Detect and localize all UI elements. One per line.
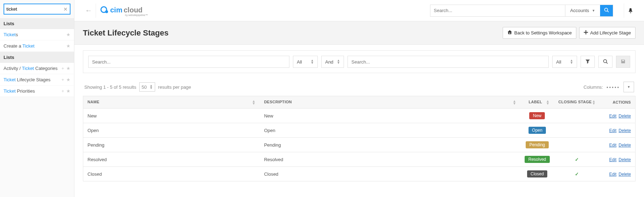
columns-label: Columns:: [583, 84, 603, 90]
svg-point-1: [105, 10, 108, 13]
sidebar-item[interactable]: Activity / Ticket Categories+★: [0, 63, 74, 74]
search-button[interactable]: [600, 5, 613, 16]
search-icon: [604, 7, 609, 13]
svg-text:cloud: cloud: [124, 6, 142, 14]
search-icon: [603, 59, 608, 65]
delete-link[interactable]: Delete: [618, 128, 631, 133]
filter-operator-select[interactable]: And ▲▼: [321, 56, 344, 68]
table-row: NewNewNewEditDelete: [83, 109, 635, 123]
filter-icon: [585, 59, 590, 65]
cell-actions: EditDelete: [600, 109, 635, 123]
sort-icon: ▲▼: [149, 84, 153, 89]
star-icon[interactable]: ★: [66, 77, 70, 82]
col-actions: ACTIONS: [600, 96, 635, 109]
sidebar-item[interactable]: Ticket Lifecycle Stages+★: [0, 74, 74, 86]
check-icon: ✓: [575, 157, 579, 162]
search-scope-select[interactable]: Accounts ▼: [565, 5, 600, 16]
global-search-input[interactable]: [430, 5, 565, 16]
plus-icon[interactable]: +: [61, 88, 64, 94]
sidebar-item-label: Ticket Lifecycle Stages: [4, 77, 61, 82]
status-badge: Closed: [527, 170, 547, 177]
edit-link[interactable]: Edit: [609, 172, 617, 177]
svg-line-6: [608, 11, 609, 12]
edit-link[interactable]: Edit: [609, 128, 617, 133]
filter-save-button: [616, 56, 630, 68]
col-label[interactable]: LABEL▲▼: [520, 96, 554, 109]
add-lifecycle-stage-button[interactable]: Add Lifecycle Stage: [579, 27, 635, 39]
filter-field-select-1[interactable]: All ▲▼: [293, 56, 318, 68]
sidebar-item-label: Tickets: [4, 32, 66, 37]
sidebar-item[interactable]: Create a Ticket★: [0, 40, 74, 52]
plus-icon[interactable]: +: [61, 77, 64, 82]
star-icon[interactable]: ★: [66, 88, 70, 94]
edit-link[interactable]: Edit: [609, 114, 617, 119]
cell-description: Resolved: [260, 152, 520, 167]
filter-search-input-2[interactable]: [348, 56, 549, 68]
cell-label: New: [520, 109, 554, 123]
sidebar-item-label: Ticket Priorities: [4, 88, 61, 94]
status-badge: Open: [529, 127, 546, 134]
sidebar-item[interactable]: Ticket Priorities+★: [0, 86, 74, 97]
back-to-workspace-button[interactable]: Back to Settings Workspace: [503, 27, 576, 39]
sidebar: ✕ ListsTickets★Create a Ticket★ListsActi…: [0, 0, 74, 197]
delete-link[interactable]: Delete: [618, 157, 631, 162]
cell-description: Open: [260, 123, 520, 138]
cell-name: Resolved: [83, 152, 260, 167]
col-closing[interactable]: CLOSING STAGE▲▼: [554, 96, 600, 109]
cell-name: Open: [83, 123, 260, 138]
svg-line-8: [606, 62, 608, 64]
delete-link[interactable]: Delete: [618, 114, 631, 119]
table-row: ClosedClosedClosed✓EditDelete: [83, 167, 635, 181]
cell-name: New: [83, 109, 260, 123]
global-search: Accounts ▼: [430, 5, 613, 17]
filter-search-button[interactable]: [598, 56, 612, 68]
per-page-select[interactable]: 50 ▲▼: [139, 82, 155, 92]
svg-point-5: [605, 8, 608, 11]
col-description[interactable]: DESCRIPTION▲▼: [260, 96, 520, 109]
filter-search-input-1[interactable]: [88, 56, 289, 68]
page-title: Ticket Lifecycle Stages: [83, 28, 169, 38]
clear-icon[interactable]: ✕: [63, 6, 68, 12]
sidebar-group-header: Lists: [0, 18, 74, 29]
star-icon[interactable]: ★: [66, 43, 70, 49]
col-name[interactable]: NAME▲▼: [83, 96, 260, 109]
status-badge: Pending: [526, 141, 548, 148]
table-row: OpenOpenOpenEditDelete: [83, 123, 635, 138]
cell-closing: ✓: [554, 152, 600, 167]
svg-point-7: [604, 59, 607, 62]
sidebar-item-label: Create a Ticket: [4, 43, 66, 49]
filter-apply-button[interactable]: [581, 56, 595, 68]
delete-link[interactable]: Delete: [618, 172, 631, 177]
columns-dropdown[interactable]: ▼: [623, 82, 634, 92]
table-row: PendingPendingPendingEditDelete: [83, 138, 635, 152]
per-page-suffix: results per page: [158, 84, 191, 90]
save-icon: [621, 59, 626, 65]
sidebar-search-wrap: ✕: [4, 4, 70, 15]
edit-link[interactable]: Edit: [609, 143, 617, 148]
cell-label: Open: [520, 123, 554, 138]
cell-actions: EditDelete: [600, 123, 635, 138]
notifications-icon[interactable]: [624, 4, 637, 18]
cell-actions: EditDelete: [600, 167, 635, 181]
plus-icon[interactable]: +: [61, 66, 64, 71]
sidebar-search-input[interactable]: [4, 4, 70, 14]
columns-indicator: •••••: [606, 84, 620, 90]
app-logo: cim cloud by websitepipeline™: [100, 5, 156, 17]
filter-field-select-2[interactable]: All ▲▼: [552, 56, 577, 68]
star-icon[interactable]: ★: [66, 32, 70, 37]
cell-closing: [554, 138, 600, 152]
edit-link[interactable]: Edit: [609, 157, 617, 162]
cell-closing: [554, 109, 600, 123]
results-count: Showing 1 - 5 of 5 results: [84, 84, 136, 90]
star-icon[interactable]: ★: [66, 66, 70, 71]
search-scope-label: Accounts: [570, 8, 589, 13]
sidebar-item[interactable]: Tickets★: [0, 29, 74, 40]
sort-icon: ▲▼: [337, 59, 340, 64]
back-arrow-icon[interactable]: ←: [81, 4, 96, 18]
cell-closing: [554, 123, 600, 138]
delete-link[interactable]: Delete: [618, 143, 631, 148]
filter-bar: All ▲▼ And ▲▼ All ▲▼: [83, 50, 635, 73]
stages-table: NAME▲▼ DESCRIPTION▲▼ LABEL▲▼ CLOSING STA…: [83, 96, 635, 181]
sort-icon: ▲▼: [311, 59, 314, 64]
page-header: Ticket Lifecycle Stages Back to Settings…: [74, 21, 644, 45]
